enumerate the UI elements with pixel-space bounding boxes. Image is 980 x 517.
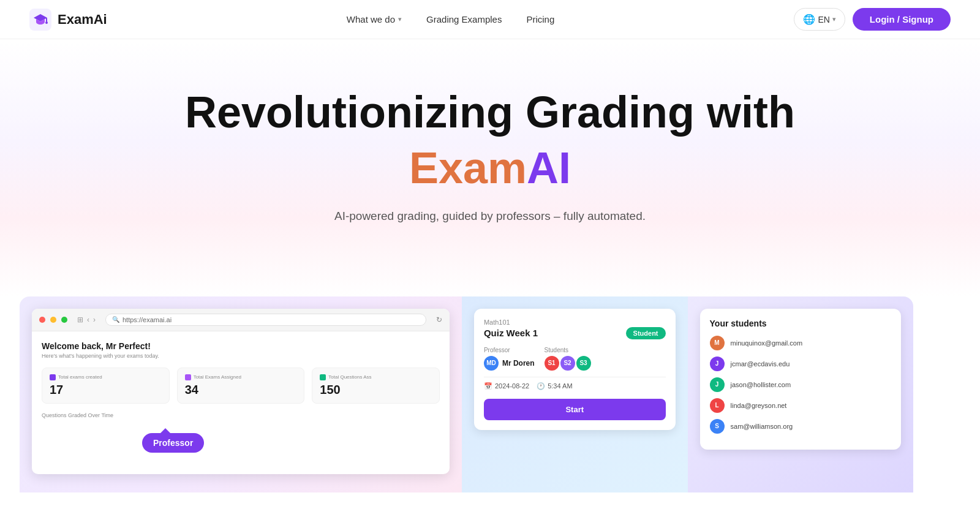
nav-grading-examples[interactable]: Grading Examples — [426, 14, 502, 25]
quiz-students-col: Students S1 S2 S3 — [545, 347, 591, 371]
quiz-title-row: Quiz Week 1 Student — [484, 327, 666, 339]
stat-icon-assigned — [185, 374, 191, 380]
panel-right: Your students M minuquinox@gmail.com J j… — [688, 296, 914, 492]
hero-subtitle: AI-powered grading, guided by professors… — [29, 209, 951, 223]
lang-chevron-icon: ▾ — [832, 15, 836, 23]
student-avatar: M — [710, 336, 725, 350]
quiz-datetime: 📅 2024-08-22 🕐 5:34 AM — [484, 377, 666, 390]
quiz-info-row: Professor MD Mr Doren Students S1 S2 S3 — [484, 347, 666, 371]
screenshots-section: ⊞ ‹ › 🔍 https://examai.ai ↻ Welcome back… — [0, 296, 980, 492]
login-signup-button[interactable]: Login / Signup — [853, 8, 951, 31]
student-avatar: J — [710, 377, 725, 392]
stat-icon — [50, 374, 56, 380]
chart-label: Questions Graded Over Time — [42, 412, 440, 418]
student-item: J jason@hollister.com — [710, 377, 892, 392]
navbar: ExamAi What we do ▾ Grading Examples Pri… — [0, 0, 980, 39]
nav-pricing[interactable]: Pricing — [526, 14, 554, 25]
professor-info: MD Mr Doren — [484, 356, 535, 371]
panel-middle: Math101 Quiz Week 1 Student Professor MD… — [462, 296, 688, 492]
student-item: L linda@greyson.net — [710, 398, 892, 413]
students-list: M minuquinox@gmail.com J jcmar@ecdavis.e… — [710, 336, 892, 434]
stats-row: Total exams created 17 Total Exams Assig… — [42, 368, 440, 404]
globe-icon: 🌐 — [803, 13, 815, 25]
browser-dot-red — [39, 317, 45, 323]
quiz-card: Math101 Quiz Week 1 Student Professor MD… — [474, 309, 676, 430]
quiz-date: 📅 2024-08-22 — [484, 382, 529, 390]
stat-icon-questions — [320, 374, 326, 380]
professor-avatar: MD — [484, 356, 499, 371]
search-icon: 🔍 — [112, 316, 119, 323]
student-item: J jcmar@ecdavis.edu — [710, 357, 892, 371]
brand-exam: Exam — [409, 143, 527, 192]
student-item: S sam@williamson.org — [710, 419, 892, 434]
clock-icon: 🕐 — [537, 382, 545, 390]
hero-title-line1: Revolutionizing Grading with — [29, 88, 951, 137]
svg-point-2 — [45, 21, 48, 24]
student-avatar-2: S2 — [560, 356, 575, 371]
student-badge: Student — [626, 327, 666, 339]
stat-questions: Total Questions Ass 150 — [312, 368, 440, 404]
svg-rect-1 — [46, 18, 47, 22]
tooltip-arrow — [160, 428, 170, 433]
quiz-course: Math101 — [484, 319, 666, 326]
quiz-time: 🕐 5:34 AM — [537, 382, 572, 390]
browser-controls: ⊞ ‹ › — [77, 315, 96, 324]
student-avatar-1: S1 — [545, 356, 559, 371]
refresh-icon[interactable]: ↻ — [436, 315, 442, 324]
sidebar-icon: ⊞ — [77, 315, 83, 324]
student-avatar: S — [710, 419, 725, 434]
hero-title-brand: ExamAI — [29, 142, 951, 194]
panel-left: ⊞ ‹ › 🔍 https://examai.ai ↻ Welcome back… — [20, 296, 462, 492]
language-button[interactable]: 🌐 EN ▾ — [794, 8, 845, 31]
chevron-down-icon: ▾ — [398, 15, 402, 23]
browser-content: Welcome back, Mr Perfect! Here's what's … — [32, 331, 450, 428]
student-avatar: L — [710, 398, 725, 413]
url-bar[interactable]: 🔍 https://examai.ai — [105, 314, 426, 326]
quiz-title: Quiz Week 1 — [484, 328, 538, 338]
student-avatar-3: S3 — [576, 356, 591, 371]
students-avatars: S1 S2 S3 — [545, 356, 591, 371]
professor-name: Mr Doren — [502, 359, 535, 368]
student-avatar: J — [710, 357, 725, 371]
stat-exams-assigned: Total Exams Assigned 34 — [177, 368, 305, 404]
hero-section: Revolutionizing Grading with ExamAI AI-p… — [0, 39, 980, 296]
nav-what-we-do[interactable]: What we do ▾ — [347, 14, 402, 25]
professor-tooltip: Professor — [142, 433, 204, 453]
browser-dot-green — [61, 317, 67, 323]
brand-ai: AI — [527, 143, 571, 192]
students-title: Your students — [710, 319, 892, 328]
welcome-title: Welcome back, Mr Perfect! — [42, 341, 440, 351]
browser-window: ⊞ ‹ › 🔍 https://examai.ai ↻ Welcome back… — [32, 309, 450, 474]
browser-dot-yellow — [50, 317, 56, 323]
logo[interactable]: ExamAi — [29, 9, 107, 31]
calendar-icon: 📅 — [484, 382, 492, 390]
nav-right: 🌐 EN ▾ Login / Signup — [794, 8, 951, 31]
forward-icon[interactable]: › — [93, 315, 96, 324]
stat-exams-created: Total exams created 17 — [42, 368, 170, 404]
back-icon[interactable]: ‹ — [87, 315, 89, 324]
students-card: Your students M minuquinox@gmail.com J j… — [700, 309, 902, 450]
quiz-professor-col: Professor MD Mr Doren — [484, 347, 535, 371]
start-button[interactable]: Start — [484, 399, 666, 420]
logo-text: ExamAi — [58, 12, 107, 28]
nav-links: What we do ▾ Grading Examples Pricing — [347, 14, 554, 25]
student-item: M minuquinox@gmail.com — [710, 336, 892, 350]
welcome-subtitle: Here's what's happening with your exams … — [42, 353, 440, 359]
browser-bar: ⊞ ‹ › 🔍 https://examai.ai ↻ — [32, 309, 450, 331]
logo-icon — [29, 9, 51, 31]
